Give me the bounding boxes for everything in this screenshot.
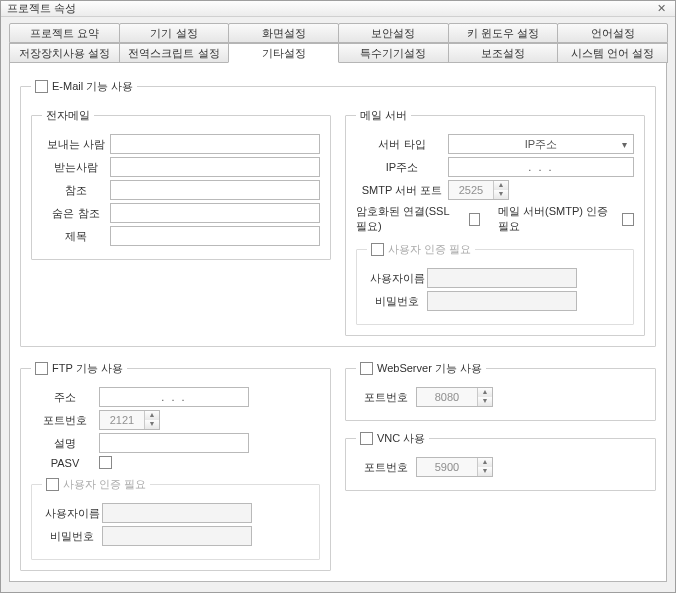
ftp-user-auth-label: 사용자 인증 필요 xyxy=(63,477,146,492)
vnc-port-input[interactable]: 5900▲▼ xyxy=(416,457,493,477)
spin-up-icon[interactable]: ▲ xyxy=(494,181,508,190)
spin-up-icon[interactable]: ▲ xyxy=(145,411,159,420)
ftp-addr-label: 주소 xyxy=(31,390,99,405)
mail-user-auth-checkbox[interactable] xyxy=(371,243,384,256)
tabs: 프로젝트 요약 기기 설정 화면설정 보안설정 키 윈도우 설정 언어설정 저장… xyxy=(1,17,675,63)
vnc-enable-label: VNC 사용 xyxy=(377,431,425,446)
tab-language-settings[interactable]: 언어설정 xyxy=(557,23,668,43)
ftp-user-auth-checkbox[interactable] xyxy=(46,478,59,491)
email-cc-input[interactable] xyxy=(110,180,320,200)
ftp-enable-label: FTP 기능 사용 xyxy=(52,361,123,376)
spin-down-icon[interactable]: ▼ xyxy=(478,397,492,406)
mail-user-input[interactable] xyxy=(427,268,577,288)
smtp-port-label: SMTP 서버 포트 xyxy=(356,183,448,198)
ftp-pasv-checkbox[interactable] xyxy=(99,456,112,469)
email-from-input[interactable] xyxy=(110,134,320,154)
webserver-enable-checkbox[interactable] xyxy=(360,362,373,375)
smtp-auth-checkbox[interactable] xyxy=(622,213,634,226)
tab-content: E-Mail 기능 사용 전자메일 보내는 사람 받는사람 참조 숨은 참조 제… xyxy=(9,62,667,582)
tab-key-window-settings[interactable]: 키 윈도우 설정 xyxy=(448,23,559,43)
email-subject-input[interactable] xyxy=(110,226,320,246)
email-compose-group: 전자메일 보내는 사람 받는사람 참조 숨은 참조 제목 xyxy=(31,108,331,260)
tab-other-settings[interactable]: 기타설정 xyxy=(228,43,339,63)
email-to-input[interactable] xyxy=(110,157,320,177)
mail-user-auth-label: 사용자 인증 필요 xyxy=(388,242,471,257)
webserver-group: WebServer 기능 사용 포트번호 8080▲▼ xyxy=(345,361,656,421)
spin-up-icon[interactable]: ▲ xyxy=(478,458,492,467)
webserver-enable-label: WebServer 기능 사용 xyxy=(377,361,482,376)
spin-down-icon[interactable]: ▼ xyxy=(494,190,508,199)
ftp-pw-input[interactable] xyxy=(102,526,252,546)
close-icon[interactable]: ✕ xyxy=(653,2,669,16)
ftp-user-auth-group: 사용자 인증 필요 사용자이름 비밀번호 xyxy=(31,477,320,560)
vnc-group: VNC 사용 포트번호 5900▲▼ xyxy=(345,431,656,491)
server-ip-label: IP주소 xyxy=(356,160,448,175)
tab-special-device-settings[interactable]: 특수기기설정 xyxy=(338,43,449,63)
tab-screen-settings[interactable]: 화면설정 xyxy=(228,23,339,43)
ssl-checkbox[interactable] xyxy=(469,213,481,226)
smtp-port-input[interactable]: 2525▲▼ xyxy=(448,180,509,200)
tab-project-summary[interactable]: 프로젝트 요약 xyxy=(9,23,120,43)
webserver-port-input[interactable]: 8080▲▼ xyxy=(416,387,493,407)
ftp-enable-checkbox[interactable] xyxy=(35,362,48,375)
server-ip-input[interactable]: . . . xyxy=(448,157,634,177)
ssl-label: 암호화된 연결(SSL 필요) xyxy=(356,204,463,234)
email-subject-label: 제목 xyxy=(42,229,110,244)
email-from-label: 보내는 사람 xyxy=(42,137,110,152)
ftp-port-label: 포트번호 xyxy=(31,413,99,428)
tab-global-script-settings[interactable]: 전역스크립트 설정 xyxy=(119,43,230,63)
mailserver-group: 메일 서버 서버 타입IP주소 IP주소. . . SMTP 서버 포트 252… xyxy=(345,108,645,336)
ftp-group: FTP 기능 사용 주소. . . 포트번호 2121▲▼ 설명 PASV 사용… xyxy=(20,361,331,571)
smtp-auth-label: 메일 서버(SMTP) 인증 필요 xyxy=(498,204,616,234)
project-properties-window: 프로젝트 속성 ✕ 프로젝트 요약 기기 설정 화면설정 보안설정 키 윈도우 … xyxy=(0,0,676,593)
ftp-port-input[interactable]: 2121▲▼ xyxy=(99,410,160,430)
spin-down-icon[interactable]: ▼ xyxy=(478,467,492,476)
email-enable-checkbox[interactable] xyxy=(35,80,48,93)
spin-up-icon[interactable]: ▲ xyxy=(478,388,492,397)
mail-pw-label: 비밀번호 xyxy=(367,294,427,309)
tab-security-settings[interactable]: 보안설정 xyxy=(338,23,449,43)
ftp-pasv-label: PASV xyxy=(31,457,99,469)
server-type-label: 서버 타입 xyxy=(356,137,448,152)
spin-down-icon[interactable]: ▼ xyxy=(145,420,159,429)
email-cc-label: 참조 xyxy=(42,183,110,198)
titlebar: 프로젝트 속성 ✕ xyxy=(1,1,675,17)
tab-system-language-settings[interactable]: 시스템 언어 설정 xyxy=(557,43,668,63)
ftp-user-label: 사용자이름 xyxy=(42,506,102,521)
tab-aux-settings[interactable]: 보조설정 xyxy=(448,43,559,63)
email-compose-legend: 전자메일 xyxy=(42,108,94,123)
mail-user-auth-group: 사용자 인증 필요 사용자이름 비밀번호 xyxy=(356,242,634,325)
email-enable-label: E-Mail 기능 사용 xyxy=(52,79,133,94)
webserver-port-label: 포트번호 xyxy=(356,390,416,405)
mail-pw-input[interactable] xyxy=(427,291,577,311)
ftp-desc-label: 설명 xyxy=(31,436,99,451)
tab-device-settings[interactable]: 기기 설정 xyxy=(119,23,230,43)
window-title: 프로젝트 속성 xyxy=(7,1,76,16)
ftp-pw-label: 비밀번호 xyxy=(42,529,102,544)
mailserver-legend: 메일 서버 xyxy=(356,108,411,123)
vnc-enable-checkbox[interactable] xyxy=(360,432,373,445)
ftp-desc-input[interactable] xyxy=(99,433,249,453)
email-bcc-input[interactable] xyxy=(110,203,320,223)
ftp-addr-input[interactable]: . . . xyxy=(99,387,249,407)
server-type-select[interactable]: IP주소 xyxy=(448,134,634,154)
email-group: E-Mail 기능 사용 전자메일 보내는 사람 받는사람 참조 숨은 참조 제… xyxy=(20,79,656,347)
email-bcc-label: 숨은 참조 xyxy=(42,206,110,221)
vnc-port-label: 포트번호 xyxy=(356,460,416,475)
server-type-value: IP주소 xyxy=(525,137,557,152)
mail-user-label: 사용자이름 xyxy=(367,271,427,286)
tab-storage-settings[interactable]: 저장장치사용 설정 xyxy=(9,43,120,63)
ftp-user-input[interactable] xyxy=(102,503,252,523)
email-to-label: 받는사람 xyxy=(42,160,110,175)
